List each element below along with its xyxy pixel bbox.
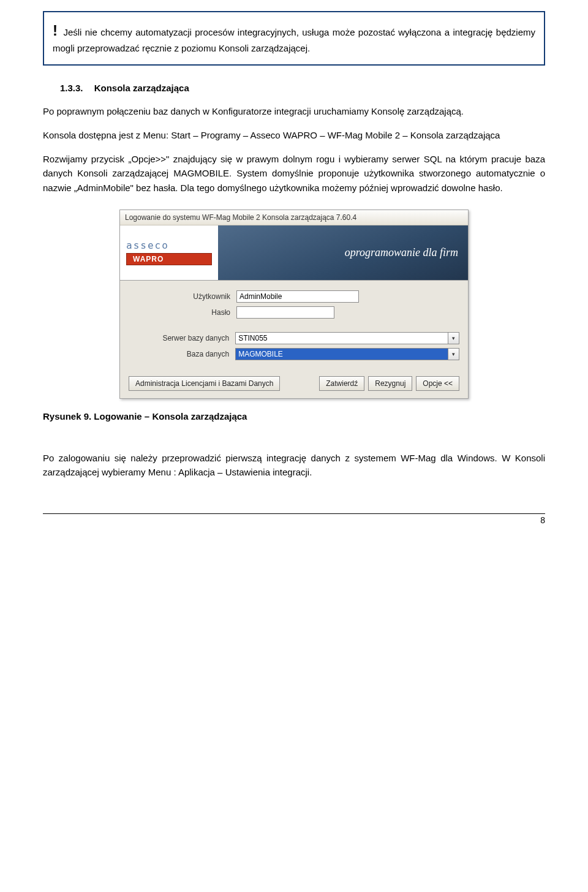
database-label: Baza danych [129, 350, 235, 358]
figure-caption: Rysunek 9. Logowanie – Konsola zarządzaj… [43, 411, 545, 421]
paragraph-2: Konsola dostępna jest z Menu: Start – Pr… [43, 128, 545, 142]
paragraph-1: Po poprawnym połączeniu baz danych w Kon… [43, 104, 545, 118]
server-label: Serwer bazy danych [129, 334, 235, 342]
admin-licenses-button[interactable]: Administracja Licencjami i Bazami Danych [129, 376, 280, 391]
wapro-logo-badge: WAPRO [126, 253, 212, 265]
server-input[interactable] [235, 332, 448, 344]
note-box: ! Jeśli nie chcemy automatyzacji procesó… [43, 11, 545, 66]
row-password: Hasło [129, 306, 459, 319]
row-server: Serwer bazy danych ▾ [129, 332, 459, 344]
note-text: ! Jeśli nie chcemy automatyzacji procesó… [53, 20, 535, 56]
server-dropdown-button[interactable]: ▾ [448, 332, 459, 344]
banner-slogan: oprogramowanie dla firm [218, 225, 468, 280]
confirm-button[interactable]: Zatwierdź [319, 376, 364, 391]
chevron-down-icon: ▾ [452, 351, 455, 357]
banner: asseco WAPRO oprogramowanie dla firm [120, 225, 468, 281]
note-body: Jeśli nie chcemy automatyzacji procesów … [53, 27, 535, 53]
page-number: 8 [43, 514, 545, 525]
chevron-down-icon: ▾ [452, 335, 455, 341]
spacer [284, 376, 315, 391]
heading-title: Konsola zarządzająca [94, 83, 189, 93]
password-input[interactable] [236, 306, 334, 319]
database-dropdown-button[interactable]: ▾ [448, 348, 459, 360]
password-label: Hasło [129, 308, 236, 317]
button-row: Administracja Licencjami i Bazami Danych… [120, 370, 468, 398]
row-database: Baza danych ▾ [129, 348, 459, 360]
database-input[interactable] [235, 348, 448, 360]
login-window: Logowanie do systemu WF-Mag Mobile 2 Kon… [119, 210, 469, 399]
asseco-logo-text: asseco [126, 240, 212, 251]
banner-logo-area: asseco WAPRO [120, 225, 218, 280]
form-area: Użytkownik Hasło Serwer bazy danych ▾ Ba… [120, 281, 468, 370]
heading-number: 1.3.3. [60, 83, 83, 93]
database-combo: ▾ [235, 348, 459, 360]
paragraph-3: Rozwijamy przycisk „Opcje>>" znajdujący … [43, 152, 545, 195]
login-figure: Logowanie do systemu WF-Mag Mobile 2 Kon… [43, 210, 545, 399]
paragraph-4: Po zalogowaniu się należy przeprowadzić … [43, 451, 545, 480]
cancel-button[interactable]: Rezygnuj [368, 376, 412, 391]
options-button[interactable]: Opcje << [416, 376, 459, 391]
server-combo: ▾ [235, 332, 459, 344]
window-titlebar: Logowanie do systemu WF-Mag Mobile 2 Kon… [120, 210, 468, 225]
section-heading: 1.3.3. Konsola zarządzająca [60, 83, 545, 93]
user-label: Użytkownik [129, 292, 236, 301]
user-input[interactable] [236, 290, 359, 303]
row-user: Użytkownik [129, 290, 459, 303]
exclamation-icon: ! [53, 22, 58, 39]
